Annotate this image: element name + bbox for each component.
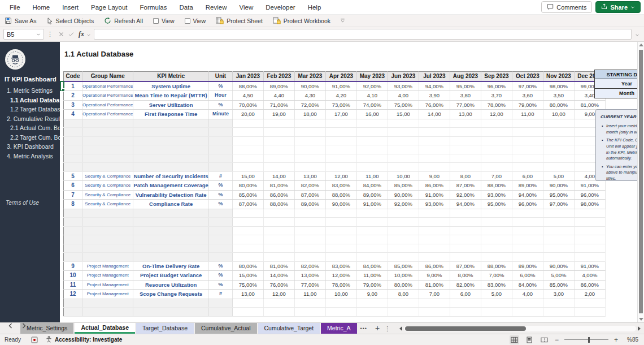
empty-cell[interactable] [133, 128, 209, 137]
empty-cell[interactable] [481, 218, 512, 227]
cell-value-month-5[interactable]: 9,00 [356, 290, 388, 299]
cell-value-month-4[interactable]: 83,00% [325, 181, 356, 191]
empty-cell[interactable] [388, 136, 419, 145]
starting-date-month-cell[interactable]: Month [594, 89, 637, 98]
empty-cell[interactable] [294, 154, 325, 163]
cell-value-month-6[interactable]: 15,00 [388, 110, 419, 119]
cell-value-month-1[interactable]: 20,00 [232, 110, 263, 119]
empty-cell[interactable] [450, 163, 481, 172]
formula-input[interactable] [94, 29, 632, 40]
col-header-apr-2023[interactable]: Apr 2023 [325, 72, 356, 81]
empty-cell[interactable] [450, 145, 481, 154]
zoom-slider-thumb[interactable] [588, 337, 590, 343]
empty-cell[interactable] [325, 119, 356, 128]
col-header-unit[interactable]: Unit [208, 72, 232, 81]
menu-data[interactable]: Data [173, 0, 199, 15]
cell-value-month-12[interactable]: 96,00% [574, 190, 605, 200]
cell-value-month-9[interactable]: 88,00% [481, 261, 512, 271]
toolbar-select-objects-button[interactable]: Select Objects [47, 18, 94, 24]
empty-cell[interactable] [133, 308, 209, 317]
cell-unit[interactable]: % [208, 81, 232, 91]
cell-value-month-6[interactable]: 10,00% [388, 271, 419, 281]
empty-cell[interactable] [82, 209, 133, 218]
empty-cell[interactable] [263, 119, 294, 128]
sheet-tab-target-database[interactable]: Target_Database [136, 323, 194, 334]
empty-cell[interactable] [574, 253, 605, 262]
empty-cell[interactable] [388, 253, 419, 262]
cell-value-month-11[interactable]: 80,00% [543, 100, 574, 110]
cell-code[interactable]: 4 [64, 110, 82, 119]
empty-cell[interactable] [294, 163, 325, 172]
empty-cell[interactable] [419, 235, 450, 244]
page-break-preview-icon[interactable] [539, 335, 549, 344]
cell-value-month-6[interactable]: 93,00% [388, 81, 419, 91]
empty-cell[interactable] [232, 163, 263, 172]
menu-insert[interactable]: Insert [56, 0, 85, 15]
empty-cell[interactable] [512, 299, 543, 308]
cell-group-name[interactable]: Project Management [82, 261, 133, 271]
cell-kpi-metric[interactable]: System Uptime [133, 81, 209, 91]
empty-cell[interactable] [356, 299, 388, 308]
empty-cell[interactable] [325, 226, 356, 235]
empty-cell[interactable] [82, 136, 133, 145]
empty-cell[interactable] [232, 128, 263, 137]
sidebar-item-1-1-actual-database[interactable]: 1.1 Actual Database [0, 96, 60, 105]
empty-cell[interactable] [481, 163, 512, 172]
empty-cell[interactable] [388, 308, 419, 317]
cell-unit[interactable]: % [208, 100, 232, 110]
cell-value-month-8[interactable]: 13,00 [450, 110, 481, 119]
empty-cell[interactable] [133, 136, 209, 145]
empty-cell[interactable] [450, 128, 481, 137]
cell-group-name[interactable]: Operational Performance [82, 110, 133, 119]
macro-record-icon[interactable] [31, 337, 38, 343]
cell-kpi-metric[interactable]: Scope Change Requests [133, 290, 209, 299]
cell-unit[interactable]: % [208, 190, 232, 200]
cell-value-month-11[interactable]: 97,00% [543, 200, 574, 209]
empty-cell[interactable] [294, 119, 325, 128]
empty-cell[interactable] [419, 209, 450, 218]
col-header-kpi-metric[interactable]: KPI Metric [133, 72, 209, 81]
empty-cell[interactable] [294, 244, 325, 253]
toolbar-protect-sheet-button[interactable]: Protect Sheet [216, 17, 263, 24]
cell-kpi-metric[interactable]: Server Utilization [133, 100, 209, 110]
col-header-nov-2023[interactable]: Nov 2023 [543, 72, 574, 81]
empty-cell[interactable] [450, 253, 481, 262]
col-header-code[interactable]: Code [64, 72, 82, 81]
empty-cell[interactable] [64, 226, 82, 235]
cell-value-month-5[interactable]: 16,00 [356, 110, 388, 119]
cell-value-month-8[interactable]: 6,00 [450, 290, 481, 299]
empty-cell[interactable] [450, 299, 481, 308]
cell-value-month-3[interactable]: 90,00% [294, 81, 325, 91]
col-header-mar-2023[interactable]: Mar 2023 [294, 72, 325, 81]
empty-cell[interactable] [388, 244, 419, 253]
formula-bar-expand-icon[interactable] [635, 29, 639, 40]
zoom-out-button[interactable]: − [555, 336, 559, 344]
empty-cell[interactable] [294, 145, 325, 154]
empty-cell[interactable] [133, 119, 209, 128]
empty-cell[interactable] [64, 244, 82, 253]
cell-value-month-9[interactable]: 83,00% [481, 280, 512, 290]
empty-cell[interactable] [64, 136, 82, 145]
empty-cell[interactable] [512, 209, 543, 218]
cell-value-month-9[interactable]: 12,00 [481, 110, 512, 119]
empty-cell[interactable] [64, 128, 82, 137]
cell-value-month-3[interactable]: 4,30 [294, 91, 325, 101]
sidebar-item-1-metric-settings[interactable]: 1. Metric Settings [0, 86, 60, 96]
empty-cell[interactable] [263, 253, 294, 262]
empty-cell[interactable] [574, 209, 605, 218]
sheet-tab-actual-database[interactable]: Actual_Database [75, 323, 135, 334]
cell-value-month-7[interactable]: 14,00 [419, 110, 450, 119]
cell-group-name[interactable]: Project Management [82, 280, 133, 290]
more-tabs-icon[interactable]: ••• [360, 323, 367, 334]
empty-cell[interactable] [512, 154, 543, 163]
cell-value-month-9[interactable]: 78,00% [481, 100, 512, 110]
cell-unit[interactable]: Minute [208, 110, 232, 119]
cell-unit[interactable]: % [208, 271, 232, 281]
cell-value-month-10[interactable]: 89,00% [512, 261, 543, 271]
empty-cell[interactable] [82, 244, 133, 253]
cell-value-month-7[interactable]: 86,00% [419, 181, 450, 191]
empty-cell[interactable] [356, 163, 388, 172]
cell-value-month-10[interactable]: 6,00 [512, 171, 543, 181]
cell-kpi-metric[interactable]: Compliance Rate [133, 200, 209, 209]
empty-cell[interactable] [208, 226, 232, 235]
